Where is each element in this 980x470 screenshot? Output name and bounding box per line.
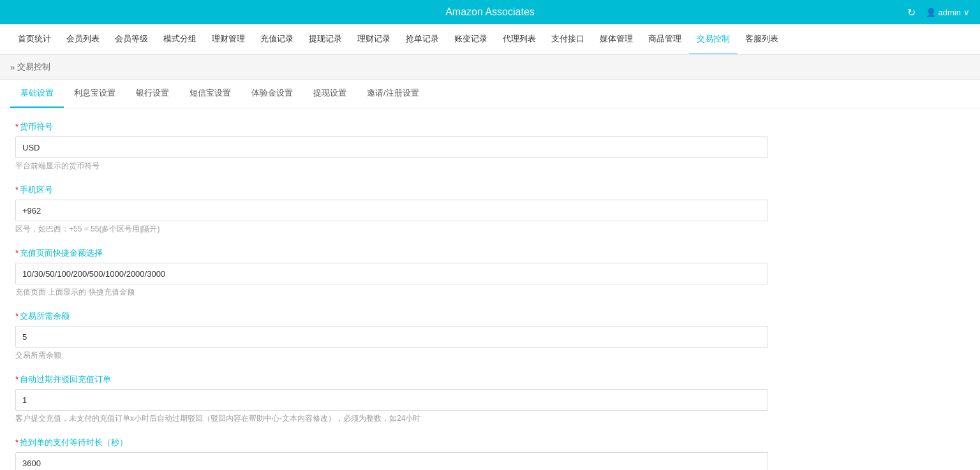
field-phone-area-code: *手机区号 区号，如巴西：+55 = 55(多个区号用|隔开) bbox=[15, 184, 781, 235]
nav-item-customer-service[interactable]: 客服列表 bbox=[738, 24, 786, 55]
refresh-icon[interactable]: ↻ bbox=[907, 6, 916, 18]
nav-item-home-stats[interactable]: 首页统计 bbox=[10, 24, 59, 55]
main-nav: 首页统计 会员列表 会员等级 模式分组 理财管理 充值记录 提现记录 理财记录 … bbox=[0, 24, 980, 55]
min-balance-hint: 交易所需余额 bbox=[15, 350, 781, 361]
grab-order-wait-label: *抢到单的支付等待时长（秒） bbox=[15, 437, 781, 448]
field-auto-expire: *自动过期并驳回充值订单 客户提交充值，未支付的充值订单x小时后自动过期驳回（驳… bbox=[15, 374, 781, 424]
required-mark-5: * bbox=[15, 374, 19, 384]
username-label: admin bbox=[939, 8, 961, 17]
tab-bank-settings[interactable]: 银行设置 bbox=[126, 80, 179, 108]
quick-recharge-input[interactable] bbox=[15, 263, 768, 284]
breadcrumb-arrow: » bbox=[10, 62, 15, 72]
grab-order-wait-input[interactable] bbox=[15, 452, 768, 470]
field-grab-order-wait: *抢到单的支付等待时长（秒） 订单支付等待时长，匹配订单后未在此时间内完成支付提… bbox=[15, 437, 781, 470]
nav-item-mode-group[interactable]: 模式分组 bbox=[156, 24, 204, 55]
field-currency-symbol: *货币符号 平台前端显示的货币符号 bbox=[15, 121, 781, 172]
field-min-balance: *交易所需余额 交易所需余额 bbox=[15, 311, 781, 361]
phone-area-code-hint: 区号，如巴西：+55 = 55(多个区号用|隔开) bbox=[15, 224, 781, 235]
tab-invite-register-settings[interactable]: 邀请/注册设置 bbox=[357, 80, 429, 108]
nav-item-product-mgmt[interactable]: 商品管理 bbox=[641, 24, 689, 55]
field-quick-recharge: *充值页面快捷金额选择 充值页面 上面显示的 快捷充值金额 bbox=[15, 247, 781, 298]
nav-item-finance-records[interactable]: 理财记录 bbox=[350, 24, 398, 55]
app-title: Amazon Associates bbox=[445, 6, 535, 18]
tab-basic-settings[interactable]: 基础设置 bbox=[10, 80, 64, 108]
main-content: *货币符号 平台前端显示的货币符号 *手机区号 区号，如巴西：+55 = 55(… bbox=[0, 108, 980, 470]
nav-item-member-list[interactable]: 会员列表 bbox=[59, 24, 107, 55]
nav-item-member-level[interactable]: 会员等级 bbox=[107, 24, 156, 55]
auto-expire-label: *自动过期并驳回充值订单 bbox=[15, 374, 781, 385]
nav-item-recharge-records[interactable]: 充值记录 bbox=[253, 24, 301, 55]
min-balance-input[interactable] bbox=[15, 326, 768, 348]
nav-item-trade-control[interactable]: 交易控制 bbox=[689, 24, 738, 55]
currency-symbol-input[interactable] bbox=[15, 136, 768, 158]
tabs-container: 基础设置 利息宝设置 银行设置 短信宝设置 体验金设置 提现设置 邀请/注册设置 bbox=[0, 80, 980, 108]
required-mark-6: * bbox=[15, 437, 19, 447]
quick-recharge-hint: 充值页面 上面显示的 快捷充值金额 bbox=[15, 287, 781, 298]
quick-recharge-label: *充值页面快捷金额选择 bbox=[15, 247, 781, 259]
phone-area-code-input[interactable] bbox=[15, 200, 768, 221]
nav-item-withdrawal-records[interactable]: 提现记录 bbox=[301, 24, 350, 55]
user-menu[interactable]: 👤 admin ∨ bbox=[926, 8, 970, 17]
phone-area-code-label: *手机区号 bbox=[15, 184, 781, 196]
chevron-down-icon: ∨ bbox=[963, 8, 970, 17]
required-mark-3: * bbox=[15, 248, 19, 258]
tab-interest-settings[interactable]: 利息宝设置 bbox=[64, 80, 126, 108]
nav-item-finance-mgmt[interactable]: 理财管理 bbox=[204, 24, 253, 55]
header-actions: ↻ 👤 admin ∨ bbox=[907, 6, 970, 18]
breadcrumb: » 交易控制 bbox=[0, 55, 980, 80]
user-icon: 👤 bbox=[926, 8, 936, 17]
nav-item-payment-interface[interactable]: 支付接口 bbox=[544, 24, 592, 55]
min-balance-label: *交易所需余额 bbox=[15, 311, 781, 322]
currency-symbol-hint: 平台前端显示的货币符号 bbox=[15, 161, 781, 172]
breadcrumb-current: 交易控制 bbox=[17, 61, 50, 73]
auto-expire-input[interactable] bbox=[15, 389, 768, 411]
tab-trial-fund-settings[interactable]: 体验金设置 bbox=[241, 80, 303, 108]
tab-sms-settings[interactable]: 短信宝设置 bbox=[179, 80, 241, 108]
tab-withdrawal-settings[interactable]: 提现设置 bbox=[303, 80, 357, 108]
required-mark-4: * bbox=[15, 311, 19, 321]
auto-expire-hint: 客户提交充值，未支付的充值订单x小时后自动过期驳回（驳回内容在帮助中心-文本内容… bbox=[15, 413, 781, 424]
nav-item-grab-records[interactable]: 抢单记录 bbox=[398, 24, 447, 55]
header: Amazon Associates ↻ 👤 admin ∨ bbox=[0, 0, 980, 24]
nav-item-account-change[interactable]: 账变记录 bbox=[447, 24, 495, 55]
currency-symbol-label: *货币符号 bbox=[15, 121, 781, 133]
nav-item-media-mgmt[interactable]: 媒体管理 bbox=[592, 24, 641, 55]
nav-item-agent-list[interactable]: 代理列表 bbox=[495, 24, 544, 55]
required-mark-2: * bbox=[15, 185, 19, 195]
required-mark: * bbox=[15, 122, 19, 131]
